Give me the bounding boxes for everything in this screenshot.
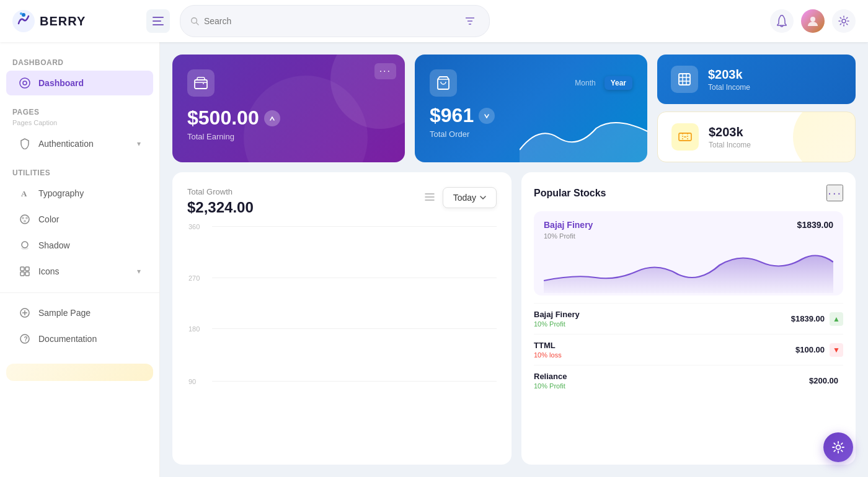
sidebar-item-shadow[interactable]: Shadow [6, 233, 153, 258]
card-total-order: Month Year $961 Total Order [415, 55, 647, 162]
bell-icon [776, 15, 787, 27]
chart-bars-area: 360 270 180 90 [187, 226, 497, 400]
svg-point-11 [810, 17, 815, 22]
logo-area: BERRY [12, 10, 136, 32]
table-icon [677, 72, 692, 87]
stock-info-ttml: TTML 10% loss [534, 341, 795, 359]
sidebar-accent-promo [6, 364, 153, 381]
grid-line-90: 90 [212, 381, 497, 382]
svg-point-13 [20, 78, 30, 88]
earning-label: Total Earning [187, 132, 390, 141]
earning-amount: $500.00 [187, 107, 390, 129]
main-layout: Dashboard Dashboard Pages Pages Caption … [0, 42, 868, 477]
svg-rect-5 [153, 24, 164, 25]
featured-stock-profit: 10% Profit [544, 232, 833, 240]
stock-item-reliance: Reliance 10% Profit $200.00 [534, 365, 843, 396]
docs-icon: ? [19, 333, 31, 345]
svg-point-17 [22, 217, 24, 219]
header-right [770, 9, 856, 33]
svg-point-12 [842, 19, 846, 23]
sidebar-item-icons-label: Icons [38, 266, 59, 276]
bar-group-15 [476, 380, 490, 381]
bag-icon [436, 76, 451, 90]
sidebar-item-dashboard[interactable]: Dashboard [6, 71, 153, 95]
featured-stock-price: $1839.00 [797, 220, 833, 230]
chart-section: Total Growth $2,324.00 Today [172, 172, 512, 465]
dropdown-icon [480, 196, 486, 199]
stock-profit-reliance: 10% Profit [534, 382, 809, 390]
stock-item-bajaj: Bajaj Finery 10% Profit $1839.00 ▲ [534, 303, 843, 334]
stat-label-2: Total Income [709, 141, 841, 149]
stock-list: Bajaj Finery 10% Profit $1839.00 ▲ TTML … [534, 303, 843, 396]
featured-stock-top: Bajaj Finery $1839.00 [544, 220, 833, 230]
bottom-row: Total Growth $2,324.00 Today [172, 172, 856, 465]
svg-rect-24 [20, 272, 24, 276]
sidebar-item-dashboard-label: Dashboard [38, 78, 84, 88]
stock-name-ttml: TTML [534, 341, 795, 350]
sidebar-section-dashboard: Dashboard [0, 55, 159, 69]
color-icon [19, 213, 31, 225]
sidebar-item-icons[interactable]: Icons ▾ [6, 259, 153, 284]
stocks-more-button[interactable]: ··· [826, 185, 843, 201]
chevron-down-icon: ▾ [137, 139, 141, 148]
bar-group-4 [273, 380, 288, 381]
shadow-icon [19, 239, 31, 252]
chart-menu-button[interactable] [424, 191, 435, 204]
svg-point-20 [22, 242, 28, 248]
stock-name-reliance: Reliance [534, 372, 809, 381]
notification-button[interactable] [770, 9, 794, 33]
svg-rect-3 [153, 17, 164, 18]
income-icon-box-1 [671, 66, 698, 93]
bar-group-2 [237, 380, 252, 381]
fab-gear-icon [832, 441, 844, 453]
svg-point-21 [21, 247, 29, 250]
svg-point-45 [836, 445, 841, 450]
bars-container [212, 226, 497, 381]
chart-controls: Today [424, 187, 497, 208]
stat-info-2: $203k Total Income [709, 125, 841, 149]
stocks-title: Popular Stocks [534, 188, 606, 199]
menu-button[interactable] [146, 9, 170, 33]
earning-more-button[interactable]: ··· [374, 63, 396, 79]
filter-button[interactable] [461, 11, 479, 32]
sidebar-item-authentication[interactable]: Authentication ▾ [6, 131, 153, 156]
fab-settings[interactable] [823, 432, 853, 462]
icons-icon [19, 265, 31, 278]
svg-point-19 [24, 220, 26, 222]
sidebar-section-utilities: Utilities [0, 165, 159, 180]
search-input[interactable] [204, 16, 456, 26]
content-area: ··· $500.00 [160, 42, 868, 477]
top-cards: ··· $500.00 [172, 55, 856, 162]
sidebar-item-shadow-label: Shadow [38, 240, 70, 250]
sidebar-item-color[interactable]: Color [6, 207, 153, 232]
stock-name-bajaj: Bajaj Finery [534, 310, 791, 319]
logo-icon [12, 10, 35, 32]
stat-amount-1: $203k [708, 68, 842, 82]
chart-title-label: Total Growth [187, 187, 254, 196]
stock-profit-ttml: 10% loss [534, 351, 795, 359]
sidebar-item-typography[interactable]: A Typography [6, 181, 153, 206]
logo-text: BERRY [40, 14, 86, 28]
stat-label-1: Total Income [708, 83, 842, 92]
filter-icon [464, 16, 476, 26]
settings-button[interactable] [832, 9, 856, 33]
user-avatar[interactable] [801, 9, 825, 33]
svg-rect-23 [25, 267, 29, 271]
sidebar-item-sample-page[interactable]: Sample Page [6, 300, 153, 325]
today-button[interactable]: Today [443, 187, 497, 208]
sidebar-item-documentation[interactable]: ? Documentation [6, 326, 153, 351]
stat-card-income-2: $203k Total Income [657, 112, 856, 162]
featured-stock-name: Bajaj Finery [544, 220, 593, 230]
sidebar-item-authentication-label: Authentication [38, 139, 94, 149]
stat-info-1: $203k Total Income [708, 68, 842, 92]
chart-header: Total Growth $2,324.00 Today [187, 187, 497, 216]
order-trend-badge [479, 108, 495, 124]
income-icon-box-2 [671, 123, 699, 151]
svg-rect-25 [25, 272, 29, 276]
tab-year[interactable]: Year [604, 76, 632, 90]
stock-price-ttml: $100.00 [795, 345, 825, 354]
svg-line-7 [197, 23, 198, 25]
right-stats: $203k Total Income $203k [657, 55, 856, 162]
tab-month[interactable]: Month [569, 76, 601, 90]
stock-info-bajaj: Bajaj Finery 10% Profit [534, 310, 791, 328]
